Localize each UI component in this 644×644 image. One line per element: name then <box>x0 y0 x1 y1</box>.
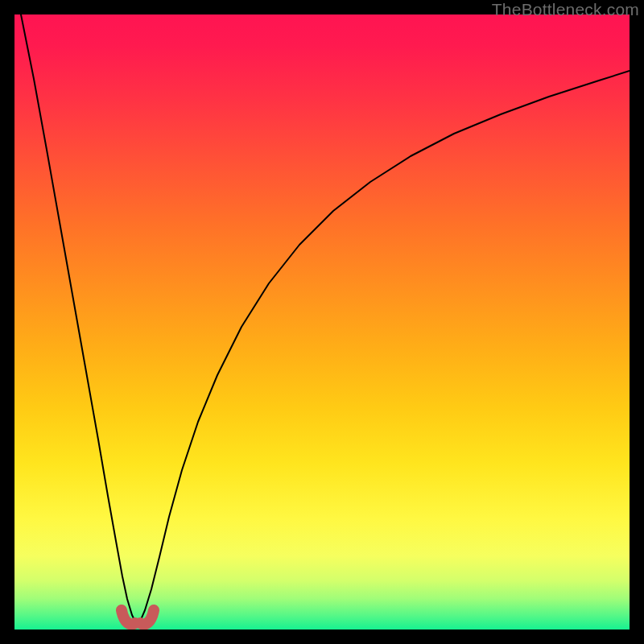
plot-area <box>14 14 630 630</box>
curve-layer <box>14 14 630 630</box>
bottleneck-curve <box>21 14 630 625</box>
vertex-marker-icon <box>122 610 154 624</box>
watermark-label: TheBottleneck.com <box>492 0 639 19</box>
chart-stage: TheBottleneck.com <box>0 0 644 644</box>
